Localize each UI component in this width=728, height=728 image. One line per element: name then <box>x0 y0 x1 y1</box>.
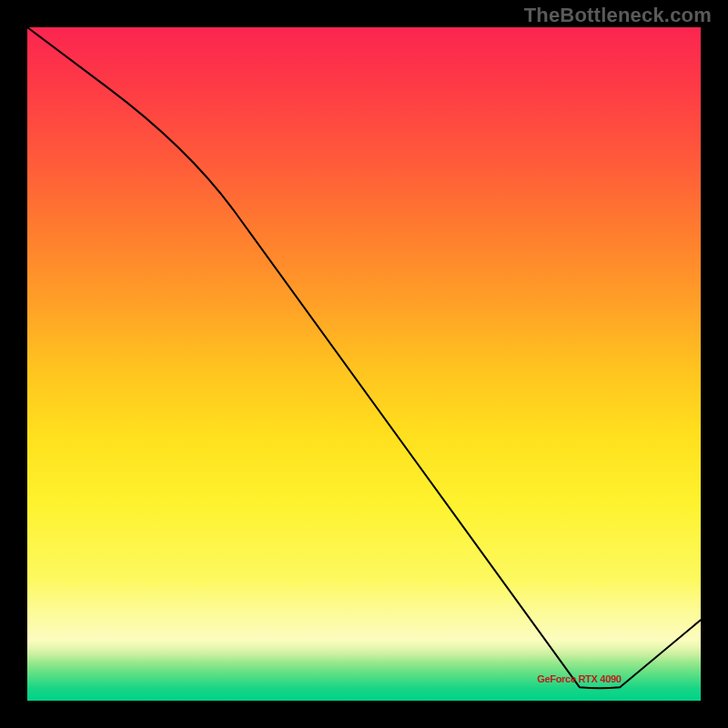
chart-frame: TheBottleneck.com GeForce RTX 4090 <box>0 0 728 728</box>
bottleneck-curve <box>27 27 701 701</box>
gpu-annotation: GeForce RTX 4090 <box>537 673 621 684</box>
plot-area: GeForce RTX 4090 <box>27 27 701 701</box>
watermark-text: TheBottleneck.com <box>524 4 712 27</box>
